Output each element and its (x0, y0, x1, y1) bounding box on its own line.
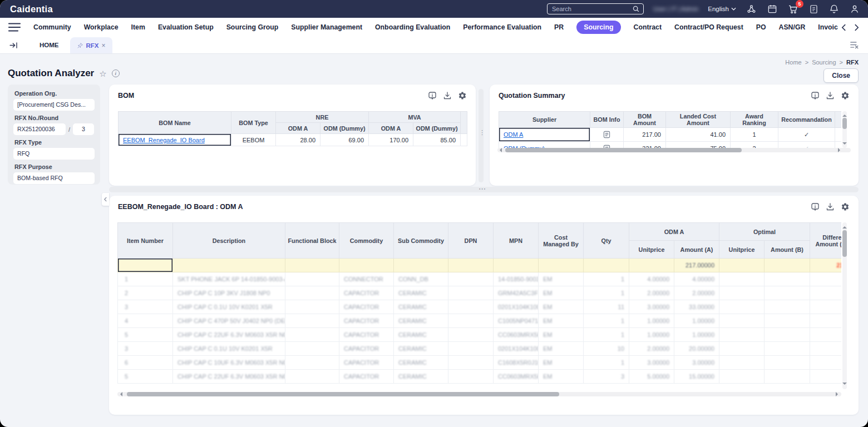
col-mpn[interactable]: MPN (494, 223, 539, 259)
table-row[interactable]: 6 CHIP CAP C 10UF 6.3V M0603 X5R NON- CA… (118, 356, 842, 370)
summary-row[interactable]: 217.00000 217.00 (118, 259, 842, 272)
table-row[interactable]: 3 CHIP CAP C 0.1U 10V K0201 X5R CAPACITO… (118, 300, 842, 314)
gear-icon[interactable] (841, 202, 850, 211)
qs-col-supplier[interactable]: Supplier (499, 112, 590, 128)
nav-item-onboarding-evaluation[interactable]: Onboarding Evaluation (375, 23, 450, 31)
close-all-tabs-icon[interactable] (850, 41, 859, 49)
tooltip-icon[interactable] (811, 91, 820, 100)
bom-col-mva-odm-a[interactable]: ODM A (369, 123, 413, 134)
table-row[interactable]: EEBOM_Renegade_IO Board EEBOM 28.00 69.0… (119, 134, 467, 146)
table-row[interactable]: 1 SKT PHONE JACK 6P 14-01850-9003-A CONN… (118, 272, 842, 286)
col-odm-a-unitprice[interactable]: Unitprice (629, 241, 674, 259)
qs-col-comment[interactable]: Comment (835, 112, 842, 128)
tab-home[interactable]: HOME (32, 42, 67, 48)
qs-col-landed[interactable]: Landed Cost Amount (666, 112, 731, 128)
nav-scroll-right-icon[interactable] (854, 23, 859, 32)
hierarchy-icon[interactable] (746, 3, 757, 15)
nav-item-performance-evaluation[interactable]: Performance Evaluation (463, 23, 541, 31)
table-row[interactable]: 4 CHIP CAP C 470P 50V J0402 NP0 (DELL) C… (118, 314, 842, 328)
bom-info-cell[interactable] (590, 142, 624, 148)
scroll-left-arrow[interactable] (118, 392, 122, 396)
horizontal-scrollbar-thumb[interactable] (127, 392, 559, 396)
info-icon[interactable]: i (112, 69, 120, 77)
download-icon[interactable] (826, 91, 835, 100)
nav-item-community[interactable]: Community (33, 23, 71, 31)
scroll-up-arrow[interactable] (842, 112, 847, 117)
language-selector[interactable]: English (708, 6, 736, 12)
col-different-amount[interactable]: Different Amount (A-B) (810, 223, 841, 259)
bom-info-cell[interactable] (590, 128, 624, 142)
nav-item-sourcing[interactable]: Sourcing (576, 21, 620, 34)
col-sub-commodity[interactable]: Sub Commodity (394, 223, 448, 259)
qs-col-recommandation[interactable]: Recommandation (778, 112, 835, 128)
document-icon[interactable] (808, 4, 819, 14)
nav-item-item[interactable]: Item (131, 23, 145, 31)
nav-item-po[interactable]: PO (756, 23, 766, 31)
cart-icon[interactable]: 5 (787, 3, 799, 15)
nav-item-invoice-tax-bill[interactable]: Invoice/Tax Bill (818, 23, 838, 31)
selected-cell[interactable] (118, 259, 173, 272)
table-row[interactable]: ODM (Dummy) 321.00 75.00 2 ✓ (499, 142, 842, 148)
qs-col-rank[interactable]: Award Ranking (731, 112, 778, 128)
horizontal-scrollbar-thumb[interactable] (505, 148, 742, 152)
tab-close-icon[interactable]: × (102, 42, 106, 49)
bell-icon[interactable] (828, 3, 840, 14)
tab-rfx[interactable]: RFX × (70, 37, 112, 53)
scroll-up-arrow[interactable] (842, 224, 847, 229)
nav-item-pr[interactable]: PR (554, 23, 564, 31)
user-icon[interactable] (849, 3, 860, 14)
bom-col-name[interactable]: BOM Name (119, 112, 231, 134)
col-commodity[interactable]: Commodity (339, 223, 394, 259)
close-button[interactable]: Close (823, 68, 859, 83)
scroll-down-arrow[interactable] (842, 142, 847, 147)
supplier-link[interactable]: ODM A (504, 131, 523, 138)
favorite-star-icon[interactable]: ☆ (99, 69, 106, 78)
nav-scroll-left-icon[interactable] (841, 23, 846, 32)
col-qty[interactable]: Qty (584, 223, 629, 259)
col-cost-managed-by[interactable]: Cost Managed By (539, 223, 584, 259)
col-functional-block[interactable]: Functional Block (285, 223, 339, 259)
col-amount-b[interactable]: Amount (B) (765, 241, 810, 259)
breadcrumb-sourcing[interactable]: Sourcing (812, 59, 836, 66)
nav-item-supplier-management[interactable]: Supplier Management (291, 23, 362, 31)
table-row[interactable]: 2 CHIP CAP C 10P 3KV J1808 NP0 CAPACITOR… (118, 286, 842, 300)
table-row[interactable]: 5 CHIP CAP C 22UF 6.3V M0603 X5R NON- CA… (118, 370, 842, 384)
bom-col-nre-odm-a[interactable]: ODM A (276, 123, 320, 134)
download-icon[interactable] (826, 202, 835, 211)
table-row[interactable]: 5 CHIP CAP C 22UF 6.3V M0603 X5R NON- CA… (118, 328, 842, 342)
bom-col-mva-odm-dummy[interactable]: ODM (Dummy) (413, 123, 461, 134)
search-icon[interactable] (632, 5, 640, 13)
nav-item-workplace[interactable]: Workplace (84, 23, 119, 31)
panel-resize-handle-vertical[interactable] (479, 89, 484, 182)
search-input[interactable] (552, 6, 632, 12)
scroll-down-arrow[interactable] (842, 383, 847, 387)
global-search[interactable] (547, 3, 644, 14)
col-optimal-unitprice[interactable]: Unitprice (719, 241, 765, 259)
qs-col-bom-amount[interactable]: BOM Amount (624, 112, 666, 128)
tooltip-icon[interactable] (428, 91, 437, 100)
expand-sidebar-icon[interactable] (9, 41, 18, 50)
table-row[interactable]: ODM A 217.00 41.00 1 ✓ (499, 128, 842, 142)
qs-col-bom-info[interactable]: BOM Info (590, 112, 624, 128)
nav-item-evaluation-setup[interactable]: Evaluation Setup (158, 23, 214, 31)
vertical-scrollbar-thumb[interactable] (842, 118, 847, 129)
scroll-left-arrow[interactable] (497, 148, 502, 152)
download-icon[interactable] (443, 91, 452, 100)
collapse-panel-icon[interactable] (102, 193, 109, 206)
bom-name-link[interactable]: EEBOM_Renegade_IO Board (123, 137, 205, 143)
menu-icon[interactable] (8, 22, 21, 32)
col-dpn[interactable]: DPN (448, 223, 494, 259)
tooltip-icon[interactable] (811, 202, 820, 211)
bom-col-type[interactable]: BOM Type (231, 112, 276, 134)
breadcrumb-home[interactable]: Home (785, 59, 801, 66)
scroll-right-arrow[interactable] (836, 392, 840, 396)
vertical-scrollbar-thumb[interactable] (842, 230, 847, 257)
bom-col-nre-odm-dummy[interactable]: ODM (Dummy) (320, 123, 369, 134)
scroll-right-arrow[interactable] (838, 148, 842, 152)
col-amount-a[interactable]: Amount (A) (674, 241, 719, 259)
gear-icon[interactable] (841, 91, 850, 100)
panel-resize-handle-horizontal[interactable] (109, 187, 859, 192)
nav-item-contract-po-request[interactable]: Contract/PO Request (674, 23, 743, 31)
nav-item-contract[interactable]: Contract (634, 23, 662, 31)
nav-item-sourcing-group[interactable]: Sourcing Group (226, 23, 279, 31)
